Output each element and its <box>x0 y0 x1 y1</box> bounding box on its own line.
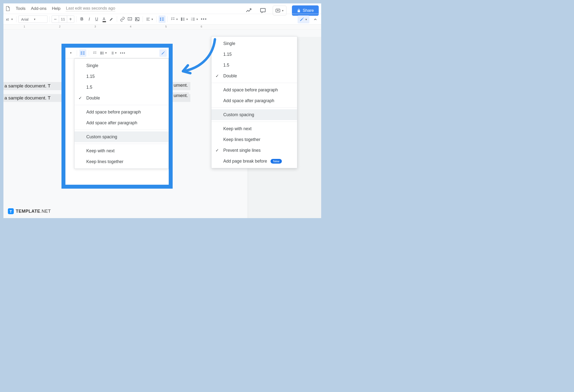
add-space-before[interactable]: Add space before paragraph <box>75 107 168 117</box>
underline-button[interactable]: U <box>93 16 100 23</box>
ruler: 1 2 3 4 5 6 <box>3 25 321 29</box>
keep-with-next[interactable]: Keep with next <box>75 145 168 156</box>
more-button[interactable]: ••• <box>200 16 208 23</box>
italic-button[interactable]: I <box>86 16 93 23</box>
svg-point-7 <box>181 20 182 21</box>
editing-mode-button[interactable]: ▼ <box>298 16 309 23</box>
custom-spacing[interactable]: Custom spacing <box>75 131 168 142</box>
spacing-15[interactable]: 1.5 <box>75 82 168 93</box>
keep-lines-together[interactable]: Keep lines together <box>211 134 297 145</box>
decrease-size[interactable]: − <box>52 16 59 23</box>
line-spacing-dropdown: Single 1.15 1.5 ✓Double Add space before… <box>211 36 297 168</box>
spacing-double[interactable]: ✓Double <box>211 71 297 81</box>
svg-rect-0 <box>260 8 265 12</box>
keep-lines-together[interactable]: Keep lines together <box>75 156 168 167</box>
font-size-control[interactable]: − 11 + <box>52 16 74 23</box>
bold-button[interactable]: B <box>79 16 85 23</box>
increase-size[interactable]: + <box>67 16 74 23</box>
checklist-button[interactable] <box>91 49 98 57</box>
svg-point-11 <box>101 52 101 52</box>
svg-point-5 <box>181 18 182 19</box>
check-icon: ✓ <box>215 148 219 153</box>
highlight-toolbar: ▼ ▼ ▼ <box>65 48 169 58</box>
caret-down-icon: ▼ <box>305 18 308 21</box>
caret-down-icon: ▼ <box>33 18 36 21</box>
add-page-break-before[interactable]: Add page break beforeNew <box>211 156 297 167</box>
bullet-list-button[interactable]: ▼ <box>99 49 108 57</box>
collapse-button[interactable] <box>312 16 319 23</box>
add-space-after[interactable]: Add space after paragraph <box>211 95 297 106</box>
share-label: Share <box>303 8 314 13</box>
new-badge: New <box>270 159 282 164</box>
bullet-list-button[interactable]: ▼ <box>180 16 189 23</box>
svg-point-6 <box>181 19 182 20</box>
comment-button[interactable] <box>126 16 133 23</box>
document-canvas[interactable]: a sample document. T a sample document. … <box>3 29 321 218</box>
logo-icon: T <box>8 208 14 214</box>
image-button[interactable] <box>134 16 141 23</box>
text-color-button[interactable]: A <box>101 16 107 23</box>
line-spacing-button[interactable] <box>80 49 86 57</box>
footer-logo: T TEMPLATE.NET <box>8 208 51 214</box>
toolbar: xt ▼ Arial ▼ − 11 + B I U A <box>3 14 321 25</box>
prevent-single-lines[interactable]: ✓Prevent single lines <box>211 145 297 156</box>
check-icon: ✓ <box>215 74 219 79</box>
text-fragment: ument. ument. <box>173 82 189 99</box>
checklist-button[interactable]: ▼ <box>170 16 179 23</box>
numbered-list-button[interactable]: ▼ <box>109 49 118 57</box>
keep-with-next[interactable]: Keep with next <box>211 123 297 134</box>
caret-down-icon: ▼ <box>282 9 284 12</box>
svg-point-12 <box>101 53 101 53</box>
edit-pencil-icon[interactable] <box>159 49 167 57</box>
menu-help[interactable]: Help <box>52 6 61 11</box>
menu-tools[interactable]: Tools <box>16 6 26 11</box>
spacing-single[interactable]: Single <box>75 60 168 71</box>
font-size-value[interactable]: 11 <box>59 16 67 23</box>
styles-dropdown[interactable]: xt ▼ <box>5 16 14 23</box>
highlight-button[interactable] <box>108 16 115 23</box>
link-button[interactable] <box>119 16 126 23</box>
check-icon: ✓ <box>79 95 82 101</box>
spacing-double[interactable]: ✓Double <box>75 93 168 103</box>
svg-point-13 <box>101 54 101 54</box>
custom-spacing[interactable]: Custom spacing <box>211 109 297 120</box>
svg-text:3: 3 <box>191 19 192 21</box>
edit-status[interactable]: Last edit was seconds ago <box>66 6 115 11</box>
line-spacing-button[interactable] <box>159 16 165 23</box>
add-space-after[interactable]: Add space after paragraph <box>75 117 168 128</box>
align-button[interactable]: ▼ <box>145 16 154 23</box>
caret-down-icon[interactable]: ▼ <box>67 49 74 57</box>
menu-addons[interactable]: Add-ons <box>31 6 46 11</box>
doc-outline-icon <box>5 5 10 12</box>
spacing-115[interactable]: 1.15 <box>75 71 168 82</box>
spacing-single[interactable]: Single <box>211 38 297 49</box>
font-select[interactable]: Arial ▼ <box>19 16 47 23</box>
numbered-list-button[interactable]: 123 ▼ <box>190 16 200 23</box>
spacing-115[interactable]: 1.15 <box>211 49 297 60</box>
highlight-dropdown: Single 1.15 1.5 ✓Double Add space before… <box>74 58 169 169</box>
spacing-15[interactable]: 1.5 <box>211 60 297 71</box>
more-button[interactable]: ••• <box>119 49 127 57</box>
highlight-callout: ▼ ▼ ▼ <box>62 44 173 189</box>
add-space-before[interactable]: Add space before paragraph <box>211 84 297 95</box>
